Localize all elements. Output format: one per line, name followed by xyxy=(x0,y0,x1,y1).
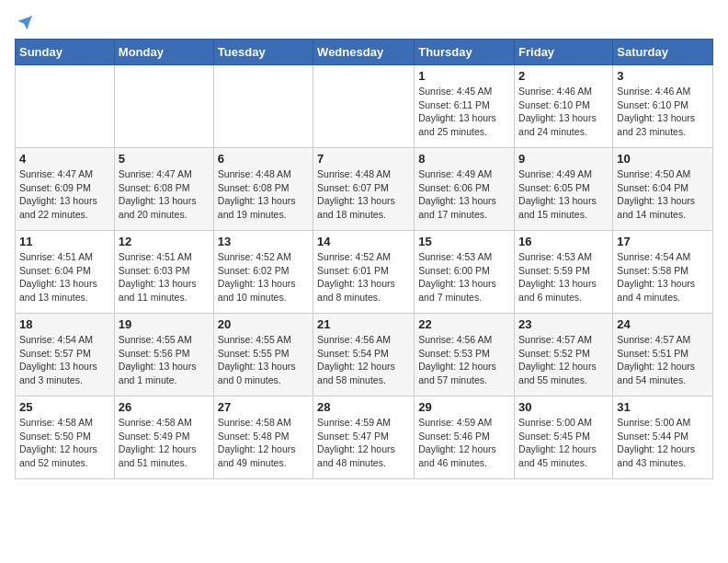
day-info: Sunrise: 4:45 AMSunset: 6:11 PMDaylight:… xyxy=(418,85,510,139)
day-number: 6 xyxy=(218,152,309,166)
day-number: 31 xyxy=(617,400,709,414)
calendar-cell: 8Sunrise: 4:49 AMSunset: 6:06 PMDaylight… xyxy=(415,148,515,231)
logo-bird-icon xyxy=(17,15,33,31)
day-number: 9 xyxy=(518,152,609,166)
day-info: Sunrise: 4:51 AMSunset: 6:04 PMDaylight:… xyxy=(19,250,110,304)
day-info: Sunrise: 4:56 AMSunset: 5:53 PMDaylight:… xyxy=(418,333,510,387)
calendar-cell: 9Sunrise: 4:49 AMSunset: 6:05 PMDaylight… xyxy=(515,148,613,231)
header xyxy=(15,15,713,31)
day-number: 11 xyxy=(19,235,110,248)
calendar-cell: 27Sunrise: 4:58 AMSunset: 5:48 PMDayligh… xyxy=(213,396,313,479)
calendar-cell: 31Sunrise: 5:00 AMSunset: 5:44 PMDayligh… xyxy=(613,396,713,479)
calendar-week-5: 25Sunrise: 4:58 AMSunset: 5:50 PMDayligh… xyxy=(16,396,713,479)
calendar-cell: 2Sunrise: 4:46 AMSunset: 6:10 PMDaylight… xyxy=(515,65,613,148)
day-number: 2 xyxy=(518,69,609,83)
calendar-cell: 15Sunrise: 4:53 AMSunset: 6:00 PMDayligh… xyxy=(415,231,515,314)
day-info: Sunrise: 4:46 AMSunset: 6:10 PMDaylight:… xyxy=(518,85,609,139)
calendar-cell: 30Sunrise: 5:00 AMSunset: 5:45 PMDayligh… xyxy=(515,396,613,479)
calendar-week-1: 1Sunrise: 4:45 AMSunset: 6:11 PMDaylight… xyxy=(16,65,713,148)
day-info: Sunrise: 4:54 AMSunset: 5:57 PMDaylight:… xyxy=(19,333,110,387)
calendar-cell xyxy=(213,65,313,148)
day-info: Sunrise: 4:50 AMSunset: 6:04 PMDaylight:… xyxy=(617,167,709,222)
calendar-cell: 22Sunrise: 4:56 AMSunset: 5:53 PMDayligh… xyxy=(415,314,515,396)
day-info: Sunrise: 4:58 AMSunset: 5:49 PMDaylight:… xyxy=(119,416,210,470)
calendar-cell: 24Sunrise: 4:57 AMSunset: 5:51 PMDayligh… xyxy=(613,314,713,396)
day-info: Sunrise: 4:54 AMSunset: 5:58 PMDaylight:… xyxy=(617,250,709,304)
calendar-cell: 21Sunrise: 4:56 AMSunset: 5:54 PMDayligh… xyxy=(313,314,415,396)
day-info: Sunrise: 4:58 AMSunset: 5:50 PMDaylight:… xyxy=(19,416,110,470)
calendar-cell: 18Sunrise: 4:54 AMSunset: 5:57 PMDayligh… xyxy=(16,314,115,396)
day-number: 29 xyxy=(418,400,510,414)
calendar-cell: 14Sunrise: 4:52 AMSunset: 6:01 PMDayligh… xyxy=(313,231,415,314)
day-info: Sunrise: 4:49 AMSunset: 6:06 PMDaylight:… xyxy=(418,167,510,222)
calendar-cell xyxy=(16,65,115,148)
calendar-cell: 5Sunrise: 4:47 AMSunset: 6:08 PMDaylight… xyxy=(114,148,213,231)
header-monday: Monday xyxy=(114,40,213,65)
day-number: 5 xyxy=(119,152,210,166)
day-info: Sunrise: 4:47 AMSunset: 6:09 PMDaylight:… xyxy=(19,167,110,222)
day-number: 17 xyxy=(617,235,709,248)
day-number: 14 xyxy=(317,235,410,248)
header-saturday: Saturday xyxy=(613,40,713,65)
calendar-cell: 1Sunrise: 4:45 AMSunset: 6:11 PMDaylight… xyxy=(415,65,515,148)
day-number: 28 xyxy=(317,400,410,414)
day-number: 8 xyxy=(418,152,510,166)
calendar-cell: 3Sunrise: 4:46 AMSunset: 6:10 PMDaylight… xyxy=(613,65,713,148)
calendar-cell: 13Sunrise: 4:52 AMSunset: 6:02 PMDayligh… xyxy=(213,231,313,314)
calendar-week-3: 11Sunrise: 4:51 AMSunset: 6:04 PMDayligh… xyxy=(16,231,713,314)
calendar-cell: 6Sunrise: 4:48 AMSunset: 6:08 PMDaylight… xyxy=(213,148,313,231)
day-number: 23 xyxy=(518,317,609,331)
day-number: 1 xyxy=(418,69,510,83)
day-number: 27 xyxy=(218,400,309,414)
day-number: 19 xyxy=(119,317,210,331)
day-number: 20 xyxy=(218,317,309,331)
header-sunday: Sunday xyxy=(16,40,115,65)
calendar-cell: 16Sunrise: 4:53 AMSunset: 5:59 PMDayligh… xyxy=(515,231,613,314)
calendar-cell: 29Sunrise: 4:59 AMSunset: 5:46 PMDayligh… xyxy=(415,396,515,479)
day-info: Sunrise: 4:49 AMSunset: 6:05 PMDaylight:… xyxy=(518,167,609,222)
header-friday: Friday xyxy=(515,40,613,65)
day-info: Sunrise: 4:52 AMSunset: 6:01 PMDaylight:… xyxy=(317,250,410,304)
day-number: 26 xyxy=(119,400,210,414)
calendar-cell: 28Sunrise: 4:59 AMSunset: 5:47 PMDayligh… xyxy=(313,396,415,479)
header-thursday: Thursday xyxy=(415,40,515,65)
day-info: Sunrise: 4:46 AMSunset: 6:10 PMDaylight:… xyxy=(617,85,709,139)
day-info: Sunrise: 4:51 AMSunset: 6:03 PMDaylight:… xyxy=(119,250,210,304)
day-number: 10 xyxy=(617,152,709,166)
day-number: 25 xyxy=(19,400,110,414)
day-info: Sunrise: 5:00 AMSunset: 5:45 PMDaylight:… xyxy=(518,416,609,470)
day-info: Sunrise: 4:52 AMSunset: 6:02 PMDaylight:… xyxy=(218,250,309,304)
calendar-header-row: SundayMondayTuesdayWednesdayThursdayFrid… xyxy=(16,40,713,65)
calendar-cell xyxy=(114,65,213,148)
day-info: Sunrise: 4:53 AMSunset: 6:00 PMDaylight:… xyxy=(418,250,510,304)
calendar-cell: 11Sunrise: 4:51 AMSunset: 6:04 PMDayligh… xyxy=(16,231,115,314)
day-info: Sunrise: 4:58 AMSunset: 5:48 PMDaylight:… xyxy=(218,416,309,470)
day-number: 30 xyxy=(518,400,609,414)
day-number: 3 xyxy=(617,69,709,83)
calendar-table: SundayMondayTuesdayWednesdayThursdayFrid… xyxy=(15,39,713,479)
calendar-cell: 25Sunrise: 4:58 AMSunset: 5:50 PMDayligh… xyxy=(16,396,115,479)
day-number: 13 xyxy=(218,235,309,248)
day-info: Sunrise: 4:55 AMSunset: 5:55 PMDaylight:… xyxy=(218,333,309,387)
day-number: 4 xyxy=(19,152,110,166)
calendar-cell: 12Sunrise: 4:51 AMSunset: 6:03 PMDayligh… xyxy=(114,231,213,314)
day-info: Sunrise: 4:57 AMSunset: 5:51 PMDaylight:… xyxy=(617,333,709,387)
header-tuesday: Tuesday xyxy=(213,40,313,65)
calendar-week-4: 18Sunrise: 4:54 AMSunset: 5:57 PMDayligh… xyxy=(16,314,713,396)
day-number: 16 xyxy=(518,235,609,248)
calendar-cell: 19Sunrise: 4:55 AMSunset: 5:56 PMDayligh… xyxy=(114,314,213,396)
day-info: Sunrise: 4:48 AMSunset: 6:07 PMDaylight:… xyxy=(317,167,410,222)
day-number: 22 xyxy=(418,317,510,331)
day-number: 7 xyxy=(317,152,410,166)
day-info: Sunrise: 4:47 AMSunset: 6:08 PMDaylight:… xyxy=(119,167,210,222)
day-info: Sunrise: 4:59 AMSunset: 5:47 PMDaylight:… xyxy=(317,416,410,470)
day-number: 24 xyxy=(617,317,709,331)
day-info: Sunrise: 4:56 AMSunset: 5:54 PMDaylight:… xyxy=(317,333,410,387)
day-number: 21 xyxy=(317,317,410,331)
day-info: Sunrise: 4:53 AMSunset: 5:59 PMDaylight:… xyxy=(518,250,609,304)
calendar-cell: 7Sunrise: 4:48 AMSunset: 6:07 PMDaylight… xyxy=(313,148,415,231)
calendar-cell: 26Sunrise: 4:58 AMSunset: 5:49 PMDayligh… xyxy=(114,396,213,479)
calendar-week-2: 4Sunrise: 4:47 AMSunset: 6:09 PMDaylight… xyxy=(16,148,713,231)
day-info: Sunrise: 4:48 AMSunset: 6:08 PMDaylight:… xyxy=(218,167,309,222)
calendar-cell: 20Sunrise: 4:55 AMSunset: 5:55 PMDayligh… xyxy=(213,314,313,396)
